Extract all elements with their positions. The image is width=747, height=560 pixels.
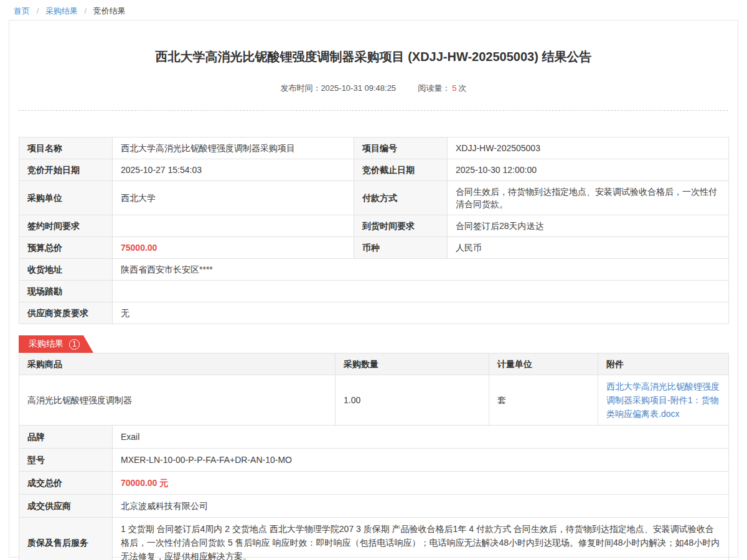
- page: 首页 / 采购结果 / 竞价结果 西北大学高消光比铌酸锂强度调制器采购项目 (X…: [0, 0, 747, 560]
- breadcrumb-purchase-results-link[interactable]: 采购结果: [45, 6, 78, 16]
- project-number-label: 项目编号: [354, 138, 448, 159]
- table-row: 供应商资质要求 无: [19, 302, 729, 324]
- views-unit: 次: [459, 83, 467, 93]
- delivery-address-label: 收货地址: [19, 259, 113, 281]
- publish-meta-line: 发布时间：2025-10-31 09:48:25 阅读量：5次: [19, 83, 728, 94]
- product-unit-value: 套: [489, 375, 598, 426]
- model-label: 型号: [19, 449, 113, 472]
- supplier-qualification-label: 供应商资质要求: [19, 302, 113, 324]
- table-row: 型号 MXER-LN-10-00-P-P-FA-FA+DR-AN-10-MO: [19, 449, 729, 472]
- deal-total-price-label: 成交总价: [19, 472, 113, 495]
- views-count: 5: [452, 83, 456, 93]
- breadcrumb: 首页 / 采购结果 / 竞价结果: [0, 0, 747, 17]
- project-name-value: 西北大学高消光比铌酸锂强度调制器采购项目: [113, 138, 354, 159]
- bid-deadline-label: 竞价截止日期: [354, 159, 448, 181]
- purchase-result-badge: 采购结果 1: [19, 335, 93, 353]
- brand-value: Exail: [113, 426, 729, 449]
- currency-label: 币种: [354, 237, 448, 259]
- breadcrumb-current-page: 竞价结果: [93, 6, 126, 16]
- publish-time-value: 2025-10-31 09:48:25: [321, 83, 396, 93]
- bid-start-value: 2025-10-27 15:54:03: [113, 159, 354, 181]
- delivery-time-label: 到货时间要求: [354, 215, 448, 237]
- purchase-result-badge-label: 采购结果: [29, 338, 63, 350]
- table-row: 收货地址 陕西省西安市长安区****: [19, 259, 729, 281]
- result-detail-table: 品牌 Exail 型号 MXER-LN-10-00-P-P-FA-FA+DR-A…: [19, 425, 729, 560]
- product-column-header: 采购商品: [19, 353, 336, 375]
- bid-start-label: 竞价开始日期: [19, 159, 113, 181]
- attachment-column-header: 附件: [598, 353, 729, 375]
- product-row: 高消光比铌酸锂强度调制器 1.00 套 西北大学高消光比铌酸锂强度调制器采购项目…: [19, 375, 729, 426]
- bid-deadline-value: 2025-10-30 12:00:00: [448, 159, 729, 181]
- site-survey-label: 现场踏勘: [19, 281, 113, 302]
- purchase-result-table: 采购商品 采购数量 计量单位 附件 高消光比铌酸锂强度调制器 1.00 套 西北…: [19, 353, 729, 426]
- dashed-divider: [19, 110, 728, 111]
- table-header-row: 采购商品 采购数量 计量单位 附件: [19, 353, 729, 375]
- unit-column-header: 计量单位: [489, 353, 598, 375]
- table-row: 成交总价 70000.00 元: [19, 472, 729, 495]
- page-title: 西北大学高消光比铌酸锂强度调制器采购项目 (XDJJ-HW-202505003)…: [19, 48, 728, 65]
- attachment-download-link[interactable]: 西北大学高消光比铌酸锂强度调制器采购项目-附件1：货物类响应偏离表.docx: [606, 380, 720, 421]
- currency-value: 人民币: [448, 237, 729, 259]
- warranty-service-value: 1 交货期 合同签订后4周内 2 交货地点 西北大学物理学院207 3 质保期 …: [113, 518, 729, 560]
- delivery-address-value: 陕西省西安市长安区****: [113, 259, 729, 281]
- table-row: 竞价开始日期 2025-10-27 15:54:03 竞价截止日期 2025-1…: [19, 159, 729, 181]
- payment-method-value: 合同生效后，待货物到达指定地点、安装调试验收合格后，一次性付清合同货款。: [448, 181, 729, 215]
- winning-supplier-label: 成交供应商: [19, 495, 113, 518]
- table-row: 品牌 Exail: [19, 426, 729, 449]
- warranty-service-label: 质保及售后服务: [19, 518, 113, 560]
- table-row: 现场踏勘: [19, 281, 729, 302]
- product-quantity-value: 1.00: [336, 375, 489, 426]
- breadcrumb-home-link[interactable]: 首页: [14, 6, 30, 16]
- table-row: 预算总价 75000.00 币种 人民币: [19, 237, 729, 259]
- table-row: 签约时间要求 到货时间要求 合同签订后28天内送达: [19, 215, 729, 237]
- table-row: 质保及售后服务 1 交货期 合同签订后4周内 2 交货地点 西北大学物理学院20…: [19, 518, 729, 560]
- table-row: 成交供应商 北京波威科技有限公司: [19, 495, 729, 518]
- model-value: MXER-LN-10-00-P-P-FA-FA+DR-AN-10-MO: [113, 449, 729, 472]
- product-name-value: 高消光比铌酸锂强度调制器: [19, 375, 336, 426]
- delivery-time-value: 合同签订后28天内送达: [448, 215, 729, 237]
- purchaser-value: 西北大学: [113, 181, 354, 215]
- announcement-panel: 西北大学高消光比铌酸锂强度调制器采购项目 (XDJJ-HW-202505003)…: [9, 20, 738, 558]
- signing-time-label: 签约时间要求: [19, 215, 113, 237]
- supplier-qualification-value: 无: [113, 302, 729, 324]
- brand-label: 品牌: [19, 426, 113, 449]
- payment-method-label: 付款方式: [354, 181, 448, 215]
- badge-number-circle: 1: [69, 339, 80, 350]
- quantity-column-header: 采购数量: [336, 353, 489, 375]
- views-label: 阅读量：: [418, 83, 450, 93]
- purchaser-label: 采购单位: [19, 181, 113, 215]
- project-number-value: XDJJ-HW-202505003: [448, 138, 729, 159]
- publish-time-label: 发布时间：: [280, 83, 321, 93]
- project-info-table: 项目名称 西北大学高消光比铌酸锂强度调制器采购项目 项目编号 XDJJ-HW-2…: [19, 137, 729, 324]
- winning-supplier-value: 北京波威科技有限公司: [113, 495, 729, 518]
- attachment-cell: 西北大学高消光比铌酸锂强度调制器采购项目-附件1：货物类响应偏离表.docx: [598, 375, 729, 426]
- budget-total-label: 预算总价: [19, 237, 113, 259]
- breadcrumb-separator: /: [85, 6, 87, 16]
- site-survey-value: [113, 281, 729, 302]
- breadcrumb-separator: /: [37, 6, 39, 16]
- table-row: 采购单位 西北大学 付款方式 合同生效后，待货物到达指定地点、安装调试验收合格后…: [19, 181, 729, 215]
- table-row: 项目名称 西北大学高消光比铌酸锂强度调制器采购项目 项目编号 XDJJ-HW-2…: [19, 138, 729, 159]
- budget-total-value: 75000.00: [113, 237, 354, 259]
- signing-time-value: [113, 215, 354, 237]
- project-name-label: 项目名称: [19, 138, 113, 159]
- deal-total-price-value: 70000.00 元: [113, 472, 729, 495]
